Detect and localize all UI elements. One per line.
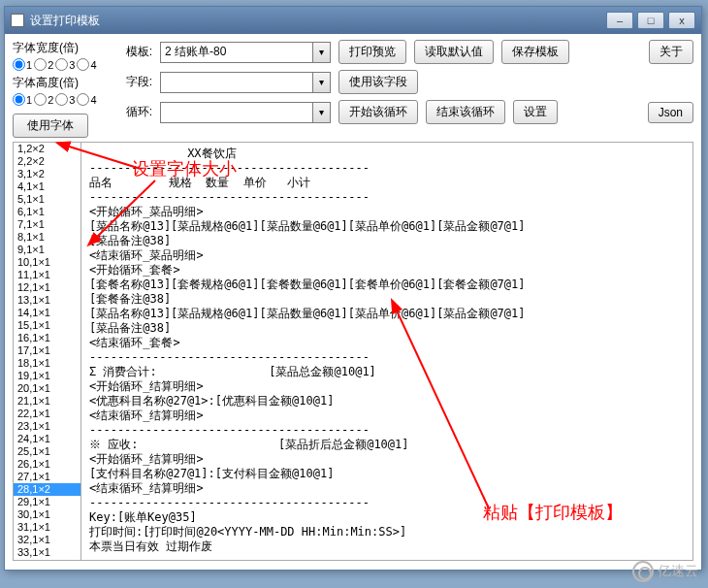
height-radio-1[interactable]: 1	[13, 93, 32, 106]
list-item[interactable]: 10,1×1	[14, 256, 80, 269]
height-radio-3[interactable]: 3	[55, 93, 75, 106]
font-height-label: 字体高度(倍)	[13, 75, 110, 91]
list-item[interactable]: 34,1×1	[14, 559, 80, 560]
width-radio-3[interactable]: 3	[55, 58, 75, 71]
list-item[interactable]: 6,1×1	[14, 206, 80, 218]
settings-button[interactable]: 设置	[513, 100, 558, 124]
app-icon	[11, 14, 24, 27]
list-item[interactable]: 26,1×1	[14, 458, 80, 471]
list-item[interactable]: 18,1×1	[14, 357, 80, 370]
list-item[interactable]: 28,1×2	[14, 483, 80, 496]
print-preview-button[interactable]: 打印预览	[338, 40, 406, 64]
height-radio-2[interactable]: 2	[34, 93, 53, 106]
start-loop-button[interactable]: 开始该循环	[338, 100, 418, 124]
field-combo[interactable]	[160, 72, 313, 93]
list-item[interactable]: 12,1×1	[14, 281, 80, 294]
list-item[interactable]: 3,1×2	[14, 168, 80, 180]
list-item[interactable]: 23,1×1	[14, 420, 80, 433]
app-window: 设置打印模板 – □ x 字体宽度(倍) 1 2 3 4 字体高度(倍)	[4, 6, 702, 571]
list-item[interactable]: 33,1×1	[14, 546, 80, 559]
use-font-button[interactable]: 使用字体	[13, 114, 88, 138]
chevron-down-icon[interactable]: ▾	[313, 42, 331, 63]
height-radio-4[interactable]: 4	[77, 93, 96, 106]
template-preview[interactable]: XX餐饮店 ----------------------------------…	[81, 143, 692, 560]
end-loop-button[interactable]: 结束该循环	[426, 100, 505, 124]
list-item[interactable]: 25,1×1	[14, 445, 80, 458]
list-item[interactable]: 2,2×2	[14, 155, 80, 168]
list-item[interactable]: 9,1×1	[14, 244, 80, 256]
use-field-button[interactable]: 使用该字段	[338, 70, 418, 94]
list-item[interactable]: 22,1×1	[14, 408, 80, 420]
template-combo[interactable]	[160, 42, 313, 63]
list-item[interactable]: 30,1×1	[14, 508, 80, 521]
list-item[interactable]: 8,1×1	[14, 231, 80, 244]
window-title: 设置打印模板	[30, 13, 100, 29]
about-button[interactable]: 关于	[649, 40, 693, 64]
maximize-button[interactable]: □	[637, 12, 664, 29]
font-width-label: 字体宽度(倍)	[13, 40, 110, 56]
list-item[interactable]: 29,1×1	[14, 496, 80, 508]
list-item[interactable]: 4,1×1	[14, 180, 80, 193]
list-item[interactable]: 15,1×1	[14, 319, 80, 332]
list-item[interactable]: 7,1×1	[14, 218, 80, 231]
list-item[interactable]: 27,1×1	[14, 471, 80, 483]
list-item[interactable]: 32,1×1	[14, 534, 80, 546]
width-radio-4[interactable]: 4	[77, 58, 96, 71]
width-radio-2[interactable]: 2	[34, 58, 53, 71]
list-item[interactable]: 24,1×1	[14, 433, 80, 445]
field-label: 字段:	[119, 74, 152, 90]
list-item[interactable]: 5,1×1	[14, 193, 80, 206]
font-width-radios: 1 2 3 4	[13, 58, 110, 71]
loop-label: 循环:	[119, 104, 152, 120]
json-button[interactable]: Json	[648, 102, 693, 123]
font-height-radios: 1 2 3 4	[13, 93, 110, 106]
form-area: 模板: ▾ 打印预览 读取默认值 保存模板 关于 字段: ▾ 使用该字段 循环:…	[119, 40, 693, 130]
font-options: 字体宽度(倍) 1 2 3 4 字体高度(倍) 1 2 3 4	[13, 40, 110, 138]
main-area: 1,2×22,2×23,1×24,1×15,1×16,1×17,1×18,1×1…	[13, 142, 693, 561]
list-item[interactable]: 16,1×1	[14, 332, 80, 344]
list-item[interactable]: 21,1×1	[14, 395, 80, 408]
chevron-down-icon[interactable]: ▾	[313, 102, 331, 123]
titlebar[interactable]: 设置打印模板 – □ x	[5, 7, 701, 34]
list-item[interactable]: 19,1×1	[14, 370, 80, 382]
template-label: 模板:	[119, 44, 152, 60]
save-template-button[interactable]: 保存模板	[501, 40, 569, 64]
line-list-sidebar[interactable]: 1,2×22,2×23,1×24,1×15,1×16,1×17,1×18,1×1…	[14, 143, 81, 560]
watermark-icon	[632, 561, 654, 582]
width-radio-1[interactable]: 1	[13, 58, 32, 71]
list-item[interactable]: 17,1×1	[14, 344, 80, 357]
list-item[interactable]: 14,1×1	[14, 307, 80, 319]
close-button[interactable]: x	[668, 12, 695, 29]
read-default-button[interactable]: 读取默认值	[414, 40, 494, 64]
list-item[interactable]: 1,2×2	[14, 143, 80, 155]
chevron-down-icon[interactable]: ▾	[313, 72, 331, 93]
list-item[interactable]: 13,1×1	[14, 294, 80, 307]
list-item[interactable]: 20,1×1	[14, 382, 80, 395]
list-item[interactable]: 11,1×1	[14, 269, 80, 281]
list-item[interactable]: 31,1×1	[14, 521, 80, 534]
loop-combo[interactable]	[160, 102, 313, 123]
minimize-button[interactable]: –	[606, 12, 633, 29]
watermark: 亿速云	[632, 561, 698, 582]
